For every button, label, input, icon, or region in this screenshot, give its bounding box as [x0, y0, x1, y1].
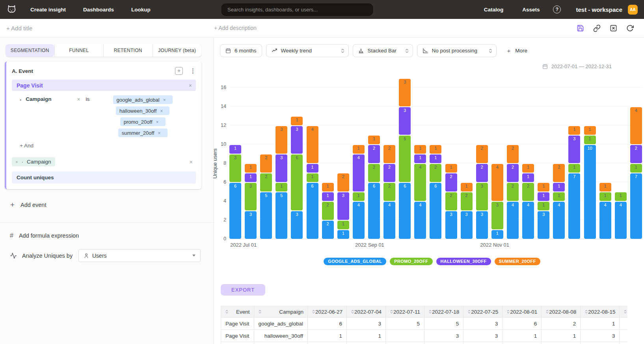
bar-segment-google_ads_global[interactable]: 3 [291, 211, 303, 239]
bar-segment-google_ads_global[interactable]: 4 [553, 202, 565, 239]
remove-chip-icon[interactable]: × [156, 119, 159, 125]
bar-segment-google_ads_global[interactable]: 5 [260, 192, 272, 239]
bar-segment-summer_20off[interactable]: 1 [445, 164, 457, 173]
legend-item-promo_20off[interactable]: PROMO_20OFF [390, 258, 432, 265]
nav-item-catalog[interactable]: Catalog [484, 7, 504, 13]
bar-segment-google_ads_global[interactable]: 3 [461, 211, 473, 239]
campaign-chip[interactable]: google_ads_global× [113, 95, 173, 104]
bar-segment-google_ads_global[interactable]: 1 [337, 230, 349, 239]
bar-segment-promo_20off[interactable]: 2 [507, 183, 519, 201]
filter-property[interactable]: Campaign [26, 96, 77, 102]
app-logo-cat-icon[interactable] [6, 4, 17, 15]
group-by-chip[interactable]: × · Campaign [12, 157, 55, 166]
chart-type-select[interactable]: Stacked Bar [353, 44, 413, 57]
add-formula-button[interactable]: # Add formula expression [10, 232, 79, 239]
column-header[interactable]: 2022-07-18 [424, 306, 463, 318]
column-header[interactable]: 2022-07-11 [386, 306, 424, 318]
bar-segment-google_ads_global[interactable]: 4 [522, 202, 534, 239]
sort-icon[interactable] [390, 309, 393, 314]
bar-2022-11-14[interactable]: 3111 [538, 183, 549, 239]
nav-item-assets[interactable]: Assets [522, 7, 540, 13]
campaign-chip[interactable]: summer_20off× [118, 128, 168, 137]
bar-segment-halloween_30off[interactable]: 1 [229, 145, 241, 154]
search-input[interactable] [221, 4, 373, 16]
granularity-select[interactable]: Weekly trend [266, 44, 349, 57]
bar-segment-google_ads_global[interactable]: 4 [615, 202, 627, 239]
bar-segment-google_ads_global[interactable]: 6 [229, 183, 241, 239]
bar-segment-summer_20off[interactable]: 2 [337, 173, 349, 192]
bar-2022-08-15[interactable]: 1132 [337, 173, 349, 239]
bar-segment-summer_20off[interactable]: 1 [414, 145, 426, 154]
filter-operator[interactable]: is [86, 96, 90, 102]
nav-item-dashboards[interactable]: Dashboards [83, 7, 114, 13]
bar-segment-google_ads_global[interactable]: 10 [584, 145, 596, 239]
bar-segment-promo_20off[interactable]: 2 [260, 173, 272, 192]
bar-segment-promo_20off[interactable]: 4 [414, 164, 426, 201]
bar-segment-google_ads_global[interactable]: 4 [414, 202, 426, 239]
remove-event-icon[interactable]: × [189, 82, 192, 89]
column-header[interactable]: 2022-06-27 [307, 306, 346, 318]
bar-segment-halloween_30off[interactable]: 2 [445, 173, 457, 192]
bar-segment-promo_20off[interactable]: 1 [337, 221, 349, 229]
bar-segment-google_ads_global[interactable]: 6 [399, 183, 411, 239]
bar-2022-10-24[interactable]: 134 [491, 164, 503, 239]
bar-segment-halloween_30off[interactable]: 1 [322, 192, 334, 201]
bar-2022-08-29[interactable]: 6221 [368, 136, 380, 239]
bar-segment-google_ads_global[interactable]: 6 [307, 183, 318, 239]
bar-segment-halloween_30off[interactable]: 2 [383, 164, 395, 182]
bar-2022-10-10[interactable]: 321 [461, 183, 473, 239]
bar-2022-08-08[interactable]: 2211 [322, 183, 334, 239]
bar-segment-summer_20off[interactable]: 1 [599, 183, 611, 192]
bar-segment-google_ads_global[interactable]: 3 [445, 211, 457, 239]
bar-segment-promo_20off[interactable]: 3 [491, 202, 503, 229]
bar-segment-promo_20off[interactable]: 2 [445, 192, 457, 210]
remove-chip-icon[interactable]: × [160, 108, 163, 114]
bar-segment-google_ads_global[interactable]: 7 [568, 173, 580, 239]
campaign-chip[interactable]: halloween_30off× [116, 106, 169, 115]
add-event-button[interactable]: + Add event [10, 201, 46, 209]
bar-segment-halloween_30off[interactable]: 2 [630, 145, 642, 163]
bar-segment-summer_20off[interactable]: 1 [522, 164, 534, 173]
column-header[interactable]: 2022-08-15 [581, 306, 620, 318]
bar-2022-11-07[interactable]: 4211 [522, 164, 534, 239]
bar-segment-promo_20off[interactable]: 1 [599, 192, 611, 201]
sort-icon[interactable] [225, 309, 229, 314]
bar-segment-promo_20off[interactable]: 2 [383, 183, 395, 201]
column-header[interactable]: 2022-08-08 [542, 306, 581, 318]
measure-row[interactable]: Count uniques [12, 171, 196, 184]
bar-segment-summer_20off[interactable]: 2 [383, 145, 395, 163]
add-filter-icon[interactable]: + [175, 67, 183, 75]
column-header[interactable]: Event [221, 306, 254, 318]
bar-segment-google_ads_global[interactable]: 7 [630, 173, 642, 239]
bar-segment-halloween_30off[interactable]: 1 [522, 173, 534, 182]
tab-retention[interactable]: RETENTION [103, 44, 153, 57]
bar-2022-12-26[interactable]: 7124 [630, 107, 642, 239]
column-header[interactable]: 2022-08-22 [620, 306, 627, 318]
bar-segment-promo_20off[interactable]: 1 [275, 183, 287, 192]
remove-chip-icon[interactable]: × [163, 97, 166, 103]
more-button[interactable]: + More [507, 47, 528, 54]
avatar[interactable]: AA [628, 5, 638, 15]
legend-item-google_ads_global[interactable]: GOOGLE_ADS_GLOBAL [324, 258, 386, 265]
bar-segment-promo_20off[interactable]: 2 [368, 164, 380, 182]
legend-item-halloween_30off[interactable]: HALLOWEEN_30OFF [436, 258, 491, 265]
bar-2022-07-04[interactable]: 3311 [245, 164, 257, 239]
bar-segment-google_ads_global[interactable]: 4 [599, 202, 611, 239]
bar-2022-07-18[interactable]: 5133 [275, 126, 287, 239]
bar-segment-halloween_30off[interactable]: 2 [507, 164, 519, 182]
event-name-row[interactable]: Page Visit × [12, 80, 196, 91]
refresh-icon[interactable] [626, 24, 634, 32]
save-icon[interactable] [577, 24, 584, 32]
bar-segment-halloween_30off[interactable]: 2 [368, 145, 380, 163]
bar-2022-08-22[interactable]: 4141 [353, 145, 365, 239]
bar-segment-google_ads_global[interactable]: 3 [538, 211, 549, 239]
bar-segment-summer_20off[interactable]: 2 [507, 145, 519, 163]
close-insight-icon[interactable] [610, 24, 617, 32]
bar-2022-09-19[interactable]: 4411 [414, 145, 426, 239]
add-title-button[interactable]: + Add title [6, 25, 32, 32]
bar-segment-promo_20off[interactable]: 3 [229, 154, 241, 182]
column-header[interactable]: Campaign [254, 306, 307, 318]
bar-2022-09-05[interactable]: 4222 [383, 145, 395, 239]
share-link-icon[interactable] [593, 24, 601, 32]
column-header[interactable]: 2022-07-25 [463, 306, 503, 318]
